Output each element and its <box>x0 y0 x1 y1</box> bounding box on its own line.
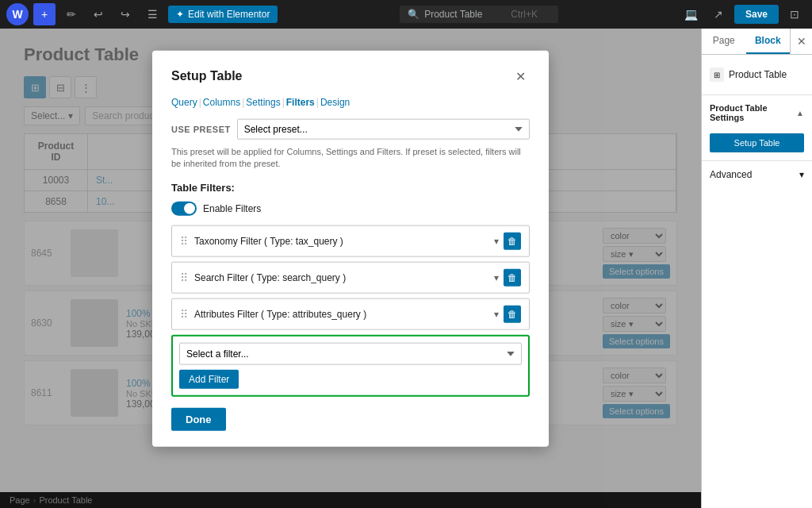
chevron-down-icon[interactable]: ▾ <box>494 235 499 246</box>
close-icon[interactable]: ✕ <box>511 67 530 86</box>
section-collapse-icon[interactable]: ▲ <box>796 109 804 117</box>
modal-header: Setup Table ✕ <box>171 67 530 86</box>
tab-design[interactable]: Design <box>320 97 350 108</box>
block-label: ⊞ Product Table <box>710 63 804 87</box>
devices-icon[interactable]: 💻 <box>680 3 703 25</box>
chevron-down-icon[interactable]: ▾ <box>494 271 499 283</box>
advanced-section[interactable]: Advanced ▾ <box>702 161 812 188</box>
panel-settings-section: Product Table Settings ▲ Setup Table <box>702 95 812 161</box>
elementor-edit-button[interactable]: ✦ Edit with Elementor <box>168 6 278 23</box>
enable-filters-row: Enable Filters <box>171 201 530 215</box>
redo-icon[interactable]: ↪ <box>114 3 136 25</box>
panel-section-header: Product Table Settings ▲ <box>710 103 804 122</box>
filter-item-search: ⠿ Search Filter ( Type: search_query ) ▾… <box>171 261 530 293</box>
tab-filters[interactable]: Filters <box>286 97 315 108</box>
settings-icon[interactable]: ⊡ <box>783 3 806 25</box>
enable-filters-label: Enable Filters <box>203 202 261 214</box>
main-layout: Product Table ⊞ ⊟ ⋮ Select... ▾ Search S… <box>0 29 812 508</box>
delete-filter-button[interactable]: 🗑 <box>504 232 521 249</box>
chevron-down-icon: ▾ <box>799 169 804 180</box>
done-button[interactable]: Done <box>171 407 226 430</box>
top-bar-center: 🔍 Product Table Ctrl+K <box>282 6 676 23</box>
block-icon: ⊞ <box>710 67 724 82</box>
setup-table-modal: Setup Table ✕ Query | Columns | Settings… <box>152 51 549 447</box>
enable-filters-toggle[interactable] <box>171 201 197 215</box>
chevron-down-icon[interactable]: ▾ <box>494 308 499 319</box>
modal-tabs: Query | Columns | Settings | Filters | D… <box>171 97 530 108</box>
add-filter-button[interactable]: Add Filter <box>179 369 239 388</box>
settings-title: Product Table Settings <box>710 103 796 122</box>
use-preset-label: USE PRESET <box>171 125 231 134</box>
filter-label: Attributes Filter ( Type: attributes_que… <box>194 308 494 319</box>
filter-label: Search Filter ( Type: search_query ) <box>194 271 494 283</box>
elementor-icon: ✦ <box>176 9 184 20</box>
preset-hint: This preset will be applied for Columns,… <box>171 146 530 171</box>
top-bar-right: 💻 ↗ Save ⊡ <box>680 3 806 25</box>
tab-block[interactable]: Block <box>746 29 791 54</box>
use-preset-row: USE PRESET Select preset... <box>171 119 530 140</box>
edit-icon[interactable]: ✏ <box>60 3 82 25</box>
delete-filter-button[interactable]: 🗑 <box>504 305 521 322</box>
drag-handle-icon[interactable]: ⠿ <box>180 307 188 320</box>
external-icon[interactable]: ↗ <box>707 3 730 25</box>
modal-title: Setup Table <box>171 69 243 83</box>
panel-block-section: ⊞ Product Table <box>702 55 812 95</box>
tab-page[interactable]: Page <box>702 29 746 54</box>
filter-item-taxonomy: ⠿ Taxonomy Filter ( Type: tax_query ) ▾ … <box>171 225 530 256</box>
add-filter-box: Select a filter... Add Filter <box>171 334 530 396</box>
undo-icon[interactable]: ↩ <box>87 3 109 25</box>
tab-settings[interactable]: Settings <box>246 97 280 108</box>
search-bar[interactable]: 🔍 Product Table Ctrl+K <box>400 6 558 23</box>
right-panel: Page Block ✕ ⊞ Product Table Product Tab… <box>701 29 812 508</box>
drag-handle-icon[interactable]: ⠿ <box>180 234 188 247</box>
tab-columns[interactable]: Columns <box>203 97 240 108</box>
search-icon: 🔍 <box>408 9 419 20</box>
menu-icon[interactable]: ☰ <box>141 3 163 25</box>
delete-filter-button[interactable]: 🗑 <box>504 268 521 286</box>
tab-query[interactable]: Query <box>171 97 197 108</box>
filter-label: Taxonomy Filter ( Type: tax_query ) <box>194 235 494 246</box>
preset-select[interactable]: Select preset... <box>237 119 530 140</box>
content-area: Product Table ⊞ ⊟ ⋮ Select... ▾ Search S… <box>0 29 701 508</box>
add-button[interactable]: + <box>33 3 56 25</box>
setup-table-button[interactable]: Setup Table <box>710 133 804 152</box>
top-bar: W + ✏ ↩ ↪ ☰ ✦ Edit with Elementor 🔍 Prod… <box>0 0 812 29</box>
section-title: Table Filters: <box>171 181 530 193</box>
add-filter-select[interactable]: Select a filter... <box>179 342 522 364</box>
close-panel-button[interactable]: ✕ <box>790 29 812 54</box>
save-button[interactable]: Save <box>734 5 779 24</box>
toggle-knob <box>184 202 195 214</box>
wordpress-logo: W <box>6 3 29 25</box>
drag-handle-icon[interactable]: ⠿ <box>180 271 188 283</box>
panel-tabs: Page Block ✕ <box>702 29 812 55</box>
filter-item-attributes: ⠿ Attributes Filter ( Type: attributes_q… <box>171 298 530 329</box>
